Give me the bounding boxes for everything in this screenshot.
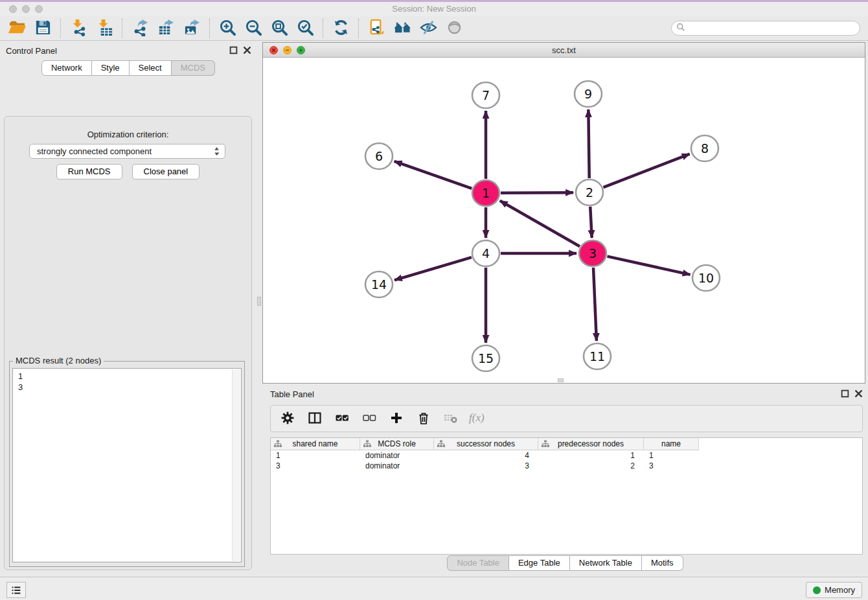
edge-4-14[interactable] bbox=[394, 257, 472, 280]
edge-2-9[interactable] bbox=[588, 110, 589, 178]
mcds-result-area[interactable]: 1 3 bbox=[12, 368, 242, 562]
cell-shared-name[interactable]: 1 bbox=[271, 450, 360, 461]
node-2[interactable]: 2 bbox=[576, 179, 603, 205]
node-9[interactable]: 9 bbox=[575, 81, 602, 107]
eye-disabled-button[interactable] bbox=[441, 17, 467, 40]
edge-2-8[interactable] bbox=[603, 154, 689, 188]
mcds-result-text: 1 3 bbox=[13, 369, 232, 562]
memory-status-icon bbox=[813, 586, 821, 594]
export-table-button[interactable] bbox=[153, 17, 179, 40]
float-panel-icon[interactable] bbox=[229, 46, 238, 54]
select-stepper-icon bbox=[214, 146, 220, 156]
table-row[interactable]: 3dominator323 bbox=[271, 461, 862, 471]
node-8[interactable]: 8 bbox=[691, 135, 718, 161]
network-canvas[interactable]: 7968124314101511 bbox=[263, 58, 865, 383]
edge-1-6[interactable] bbox=[394, 161, 472, 189]
import-network-button[interactable] bbox=[65, 17, 91, 40]
home-button[interactable] bbox=[389, 17, 415, 40]
edge-2-3[interactable] bbox=[590, 207, 591, 238]
tab-motifs[interactable]: Motifs bbox=[642, 555, 683, 571]
result-scrollbar[interactable] bbox=[232, 369, 240, 561]
control-panel-tabs: NetworkStyleSelectMCDS bbox=[0, 60, 257, 76]
table-row[interactable]: 1dominator411 bbox=[271, 450, 862, 461]
edge-3-11[interactable] bbox=[593, 268, 597, 341]
close-panel-button[interactable]: Close panel bbox=[132, 164, 200, 179]
export-image-icon bbox=[183, 19, 201, 38]
edge-1-2[interactable] bbox=[501, 192, 573, 193]
split-panel-button[interactable] bbox=[306, 410, 324, 428]
run-mcds-button[interactable]: Run MCDS bbox=[56, 164, 122, 179]
svg-text:8: 8 bbox=[701, 141, 709, 156]
function-builder-icon: f(x) bbox=[467, 411, 489, 427]
search-input[interactable] bbox=[685, 23, 860, 34]
optimization-criterion-select[interactable]: strongly connected component bbox=[29, 144, 225, 159]
cell-MCDS-role[interactable]: dominator bbox=[360, 450, 434, 461]
node-3[interactable]: 3 bbox=[579, 240, 606, 266]
tab-select[interactable]: Select bbox=[130, 60, 172, 76]
delete-table-icon bbox=[444, 411, 458, 427]
hide-panel-button[interactable] bbox=[415, 17, 441, 40]
clone-network-button[interactable] bbox=[363, 17, 389, 40]
node-4[interactable]: 4 bbox=[472, 240, 499, 266]
import-table-button[interactable] bbox=[91, 17, 117, 40]
cell-shared-name[interactable]: 3 bbox=[271, 461, 360, 471]
eye-disabled-icon bbox=[446, 19, 463, 38]
float-table-panel-icon[interactable] bbox=[841, 389, 849, 398]
network-title: scc.txt bbox=[263, 45, 865, 55]
node-7[interactable]: 7 bbox=[472, 82, 499, 108]
node-6[interactable]: 6 bbox=[365, 143, 393, 169]
cell-name[interactable]: 1 bbox=[644, 450, 699, 461]
tab-network[interactable]: Network bbox=[41, 60, 92, 76]
node-14[interactable]: 14 bbox=[365, 271, 393, 297]
column-header-predecessor-nodes[interactable]: predecessor nodes bbox=[538, 438, 644, 450]
network-graph: 7968124314101511 bbox=[263, 58, 865, 383]
network-window-titlebar[interactable]: scc.txt bbox=[263, 43, 865, 58]
column-header-name[interactable]: name bbox=[644, 438, 699, 450]
cell-MCDS-role[interactable]: dominator bbox=[360, 461, 434, 471]
export-network-button[interactable] bbox=[127, 17, 153, 40]
save-session-icon bbox=[34, 19, 52, 38]
export-image-button[interactable] bbox=[179, 17, 205, 40]
edge-3-10[interactable] bbox=[607, 257, 690, 275]
zoom-out-button[interactable] bbox=[240, 17, 266, 40]
apply-layout-button[interactable] bbox=[328, 17, 354, 40]
node-10[interactable]: 10 bbox=[692, 265, 720, 291]
column-header-MCDS-role[interactable]: MCDS role bbox=[360, 438, 434, 450]
open-folder-button[interactable] bbox=[4, 17, 30, 40]
vertical-splitter-handle[interactable] bbox=[257, 297, 261, 306]
zoom-fit-button[interactable] bbox=[266, 17, 292, 40]
cell-predecessor-nodes[interactable]: 1 bbox=[538, 450, 644, 461]
close-panel-icon[interactable] bbox=[243, 46, 251, 54]
close-table-panel-icon[interactable] bbox=[854, 389, 863, 398]
zoom-selected-button[interactable] bbox=[292, 17, 318, 40]
horizontal-splitter-handle[interactable] bbox=[558, 378, 564, 382]
deselect-all-button[interactable] bbox=[360, 410, 378, 428]
search-field[interactable] bbox=[671, 21, 860, 36]
edge-3-1[interactable] bbox=[500, 201, 580, 246]
tab-network-table[interactable]: Network Table bbox=[570, 555, 642, 571]
save-session-button[interactable] bbox=[30, 17, 56, 40]
node-1[interactable]: 1 bbox=[472, 180, 499, 206]
node-11[interactable]: 11 bbox=[584, 343, 611, 369]
column-header-shared-name[interactable]: shared name bbox=[271, 438, 360, 450]
tab-edge-table[interactable]: Edge Table bbox=[509, 555, 570, 571]
select-all-button[interactable] bbox=[333, 410, 351, 428]
tab-style[interactable]: Style bbox=[92, 60, 130, 76]
cell-predecessor-nodes[interactable]: 2 bbox=[538, 461, 644, 471]
zoom-in-button[interactable] bbox=[214, 17, 240, 40]
mcds-result-title: MCDS result (2 nodes) bbox=[13, 356, 104, 365]
show-panels-button[interactable] bbox=[6, 582, 26, 598]
gear-button[interactable] bbox=[279, 410, 297, 428]
tab-node-table[interactable]: Node Table bbox=[447, 555, 509, 571]
memory-button[interactable]: Memory bbox=[806, 582, 862, 598]
node-15[interactable]: 15 bbox=[472, 345, 499, 371]
search-icon bbox=[676, 23, 685, 34]
cell-successor-nodes[interactable]: 4 bbox=[434, 450, 538, 461]
cell-name[interactable]: 3 bbox=[644, 461, 699, 471]
tab-mcds[interactable]: MCDS bbox=[172, 60, 215, 76]
delete-row-button[interactable] bbox=[415, 410, 433, 428]
cell-successor-nodes[interactable]: 3 bbox=[434, 461, 538, 471]
add-row-button[interactable] bbox=[387, 410, 405, 428]
import-table-icon bbox=[96, 19, 113, 38]
column-header-successor-nodes[interactable]: successor nodes bbox=[434, 438, 538, 450]
